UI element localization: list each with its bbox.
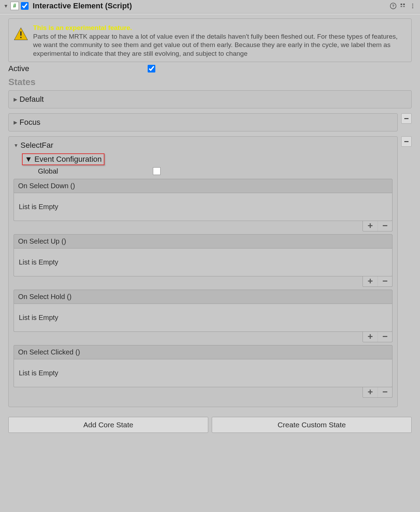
event-empty-text: List is Empty	[14, 304, 392, 332]
event-configuration-foldout[interactable]: ▼ Event Configuration	[22, 153, 104, 165]
svg-point-7	[412, 6, 413, 7]
active-row: Active	[8, 64, 412, 73]
state-default: ▶ Default	[8, 90, 412, 108]
event-empty-text: List is Empty	[14, 359, 392, 387]
state-selectfar: ▼ SelectFar ▼ Event Configuration Global…	[8, 136, 398, 407]
state-default-foldout[interactable]: ▶ Default	[14, 95, 406, 104]
warning-body: Parts of the MRTK appear to have a lot o…	[33, 33, 398, 57]
unity-event-on-select-clicked: On Select Clicked () List is Empty + −	[14, 345, 392, 398]
unity-event-on-select-hold: On Select Hold () List is Empty + −	[14, 290, 392, 342]
add-listener-button[interactable]: +	[363, 331, 378, 342]
remove-listener-button[interactable]: −	[378, 221, 392, 231]
remove-listener-button[interactable]: −	[378, 387, 392, 397]
event-configuration-label: Event Configuration	[34, 155, 102, 164]
unity-event-on-select-down: On Select Down () List is Empty + −	[14, 179, 392, 231]
warning-text: This is an experimental feature. Parts o…	[33, 24, 406, 58]
svg-rect-2	[400, 3, 402, 5]
add-listener-button[interactable]: +	[363, 276, 378, 286]
collapse-caret-icon[interactable]: ▼	[3, 3, 8, 9]
chevron-down-icon: ▼	[25, 155, 32, 164]
event-header: On Select Clicked ()	[14, 345, 392, 359]
event-header: On Select Down ()	[14, 179, 392, 193]
chevron-right-icon: ▶	[14, 97, 17, 102]
add-core-state-button[interactable]: Add Core State	[8, 417, 208, 433]
state-label: SelectFar	[21, 141, 53, 150]
warning-headline: This is an experimental feature.	[33, 24, 132, 31]
active-label: Active	[8, 64, 148, 73]
svg-rect-10	[20, 31, 22, 36]
svg-rect-11	[20, 37, 22, 38]
experimental-warning: This is an experimental feature. Parts o…	[8, 18, 412, 62]
kebab-menu-icon[interactable]	[409, 2, 417, 10]
remove-listener-button[interactable]: −	[378, 276, 392, 286]
add-listener-button[interactable]: +	[363, 221, 378, 231]
svg-rect-3	[403, 3, 405, 5]
remove-listener-button[interactable]: −	[378, 331, 392, 342]
script-icon: #	[10, 2, 19, 10]
svg-point-8	[412, 7, 413, 8]
preset-icon[interactable]	[399, 2, 407, 10]
states-heading: States	[8, 77, 412, 87]
warning-icon	[14, 24, 28, 58]
help-icon[interactable]: ?	[389, 2, 397, 10]
global-row: Global	[38, 167, 392, 175]
component-title: Interactive Element (Script)	[33, 1, 132, 10]
remove-state-button[interactable]: −	[401, 136, 412, 147]
svg-point-6	[412, 3, 413, 5]
event-header: On Select Up ()	[14, 234, 392, 249]
component-header: ▼ # Interactive Element (Script) ?	[0, 0, 420, 14]
event-header: On Select Hold ()	[14, 290, 392, 304]
global-checkbox[interactable]	[153, 167, 161, 175]
svg-rect-5	[403, 6, 405, 7]
svg-text:?: ?	[392, 3, 394, 8]
state-focus-foldout[interactable]: ▶ Focus	[14, 118, 392, 127]
active-checkbox[interactable]	[148, 65, 155, 72]
unity-event-on-select-up: On Select Up () List is Empty + −	[14, 234, 392, 287]
state-selectfar-foldout[interactable]: ▼ SelectFar	[14, 141, 392, 150]
state-label: Focus	[20, 118, 40, 127]
remove-state-button[interactable]: −	[401, 113, 412, 124]
state-focus: ▶ Focus	[8, 113, 398, 131]
add-listener-button[interactable]: +	[363, 387, 378, 397]
svg-rect-4	[400, 6, 402, 7]
global-label: Global	[38, 167, 153, 175]
state-label: Default	[20, 95, 44, 104]
chevron-right-icon: ▶	[14, 120, 17, 125]
component-enabled-checkbox[interactable]	[21, 2, 29, 10]
event-empty-text: List is Empty	[14, 193, 392, 221]
chevron-down-icon: ▼	[14, 143, 18, 148]
event-empty-text: List is Empty	[14, 249, 392, 276]
create-custom-state-button[interactable]: Create Custom State	[212, 417, 412, 433]
